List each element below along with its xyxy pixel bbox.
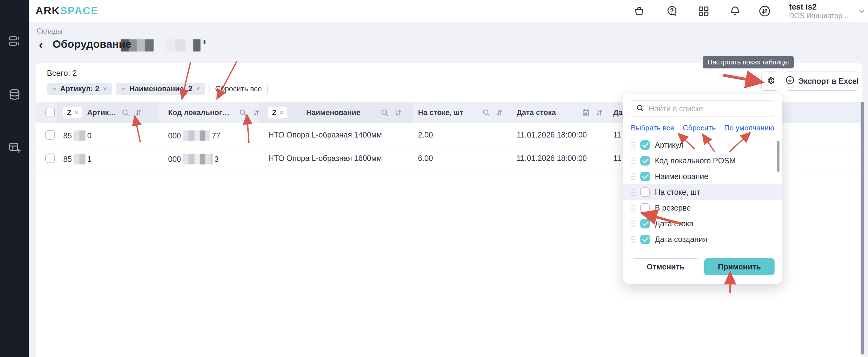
basket-button[interactable]	[633, 5, 645, 17]
cell-name: НТО Опора L-образная 1400мм	[268, 130, 382, 139]
popup-search[interactable]	[631, 100, 774, 117]
column-filter-chip[interactable]: 2×	[63, 107, 82, 119]
column-checkbox[interactable]	[640, 140, 650, 150]
cancel-button[interactable]: Отменить	[631, 258, 700, 275]
database-icon	[8, 97, 21, 102]
column-header-created[interactable]: Да	[613, 102, 622, 123]
table-add-icon	[8, 150, 21, 155]
row-checkbox[interactable]	[45, 154, 55, 163]
column-checkbox[interactable]	[640, 235, 650, 244]
left-sidebar	[0, 0, 29, 357]
download-circle-icon	[785, 75, 795, 87]
column-toggle-item[interactable]: В резерве	[623, 200, 782, 216]
search-icon[interactable]	[482, 108, 491, 117]
redacted-value	[183, 130, 210, 141]
column-filter-chip[interactable]: 2×	[268, 107, 287, 119]
table-settings-button[interactable]	[761, 71, 779, 91]
drag-handle-icon[interactable]	[631, 157, 636, 165]
column-header-code[interactable]: Код локальног…	[168, 102, 260, 123]
column-header-stock-date[interactable]: Дата стока	[517, 102, 603, 123]
user-chevron-down-icon[interactable]	[858, 7, 866, 15]
filter-chip-close-icon[interactable]: ×	[196, 85, 200, 93]
column-header-artikul[interactable]: 2× Артик…	[63, 102, 143, 123]
close-icon[interactable]: ×	[74, 108, 79, 117]
reset-link[interactable]: Сбросить	[683, 124, 716, 132]
cell-stock: 6.00	[418, 154, 433, 163]
search-icon[interactable]	[381, 108, 389, 117]
column-label: Да	[613, 108, 622, 117]
back-button[interactable]: ‹	[39, 39, 49, 51]
filter-chip-close-icon[interactable]: ×	[103, 85, 107, 93]
drag-handle-icon[interactable]	[631, 235, 636, 244]
logo-ark: ARK	[35, 5, 60, 17]
cell-created: 11	[613, 154, 621, 163]
apply-button[interactable]: Применить	[704, 258, 775, 275]
reset-all-filters-button[interactable]: Сбросить все	[210, 83, 268, 95]
column-header-name[interactable]: 2× Наименование	[268, 102, 402, 123]
close-icon[interactable]: ×	[279, 108, 283, 117]
drag-handle-icon[interactable]	[631, 188, 636, 196]
popup-links: Выбрать все Сбросить По умолчанию	[631, 124, 774, 132]
breadcrumb[interactable]: Склады	[37, 27, 62, 35]
column-checkbox[interactable]	[640, 188, 650, 197]
column-toggle-item[interactable]: Дата создания	[623, 231, 782, 247]
column-checkbox[interactable]	[640, 156, 650, 166]
filter-chip-name[interactable]: Наименование: 2 ×	[116, 83, 205, 95]
column-toggle-item[interactable]: Артикул	[623, 137, 782, 153]
bell-icon	[729, 13, 741, 18]
select-all-checkbox[interactable]	[45, 107, 55, 117]
drag-handle-icon[interactable]	[631, 220, 636, 228]
sidebar-item-table-add[interactable]	[8, 141, 21, 154]
column-checkbox[interactable]	[640, 172, 650, 181]
column-toggle-item[interactable]: Код локального POSM	[623, 153, 782, 169]
modules-icon	[8, 43, 21, 48]
default-link[interactable]: По умолчанию	[724, 124, 774, 132]
popup-column-list: Артикул Код локального POSM Наименование…	[623, 137, 782, 247]
column-toggle-label: Код локального POSM	[655, 156, 736, 165]
sidebar-item-database[interactable]	[8, 88, 21, 101]
column-toggle-item[interactable]: Наименование	[623, 169, 782, 184]
app-logo[interactable]: ARKSPACE	[35, 5, 98, 17]
user-menu[interactable]: test is2 DOS Инициатор пот...	[789, 2, 854, 20]
filter-chip-label: Наименование: 2	[129, 85, 192, 93]
drag-handle-icon[interactable]	[631, 141, 636, 149]
sidebar-item-modules[interactable]	[8, 35, 21, 47]
cell-stock: 2.00	[418, 130, 433, 139]
filter-chip-artikul[interactable]: Артикул: 2 ×	[47, 83, 112, 95]
help-chat-button[interactable]	[665, 5, 678, 17]
total-count: Всего: 2	[47, 68, 77, 78]
sort-icon[interactable]	[394, 108, 402, 117]
chevron-down-icon	[121, 86, 126, 92]
column-checkbox[interactable]	[640, 203, 650, 213]
sort-icon[interactable]	[595, 108, 603, 117]
page-title: Оборудование	[53, 38, 131, 50]
sort-icon[interactable]	[134, 108, 143, 117]
column-toggle-label: Дата создания	[655, 235, 707, 244]
column-toggle-item[interactable]: На стоке, шт	[623, 184, 782, 200]
column-toggle-item[interactable]: Дата стока	[623, 216, 782, 231]
column-checkbox[interactable]	[640, 219, 650, 228]
popup-search-input[interactable]	[649, 104, 769, 113]
select-all-link[interactable]: Выбрать все	[631, 124, 674, 132]
page-scrollbar[interactable]	[861, 102, 864, 355]
filter-chips-row: Артикул: 2 × Наименование: 2 × Сбросить …	[47, 83, 268, 95]
redacted-value	[74, 130, 86, 141]
row-checkbox[interactable]	[45, 130, 55, 140]
notifications-button[interactable]	[729, 5, 741, 17]
drag-handle-icon[interactable]	[631, 204, 636, 212]
transfer-button[interactable]	[758, 5, 771, 17]
sort-icon[interactable]	[495, 108, 504, 117]
sort-icon[interactable]	[252, 108, 260, 117]
basket-icon	[633, 13, 645, 18]
drag-handle-icon[interactable]	[631, 173, 636, 181]
column-header-stock[interactable]: На стоке, шт	[418, 102, 504, 123]
search-icon[interactable]	[239, 108, 247, 117]
apps-grid-button[interactable]	[697, 5, 709, 17]
search-icon[interactable]	[121, 108, 129, 117]
calendar-icon[interactable]	[582, 108, 590, 117]
transfer-icon	[758, 13, 771, 18]
export-excel-button[interactable]: Экспорт в Excel	[785, 71, 859, 91]
column-label: Артик…	[87, 108, 116, 117]
redacted-value	[74, 154, 86, 164]
popup-scrollbar[interactable]	[777, 141, 779, 172]
